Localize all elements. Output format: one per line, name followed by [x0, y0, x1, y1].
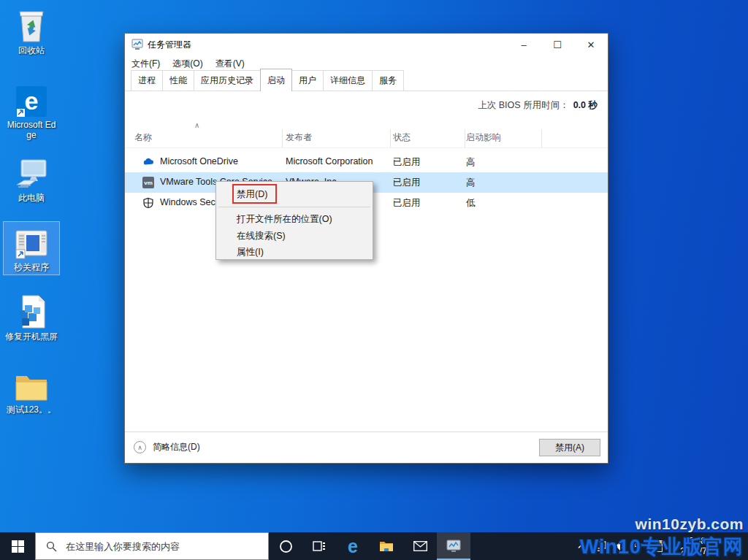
window-title: 任务管理器: [148, 39, 191, 51]
app-shortcut-icon: [5, 225, 58, 260]
close-button[interactable]: ✕: [574, 34, 608, 55]
network-tray-button[interactable]: [592, 541, 611, 552]
taskbar-search-box[interactable]: [35, 532, 269, 560]
task-view-button[interactable]: [302, 532, 336, 560]
task-view-icon: [313, 540, 326, 553]
desktop-icon-label: 回收站: [5, 45, 58, 55]
windows-logo-icon: [12, 540, 24, 553]
file-explorer-icon: [379, 540, 394, 553]
desktop-icon-miaoguan[interactable]: 秒关程序: [3, 221, 60, 275]
speaker-icon: [614, 541, 626, 551]
system-tray: 中 16:58 2020/7/: [573, 532, 748, 560]
row-status: 已启用: [393, 177, 421, 189]
mail-icon: [413, 541, 427, 551]
maximize-button[interactable]: ☐: [541, 34, 574, 55]
action-center-icon: [730, 541, 741, 551]
fewer-details-toggle[interactable]: ∧ 简略信息(D): [134, 441, 200, 453]
desktop-icon-label: Microsoft Edge: [5, 120, 58, 140]
context-menu-item-properties[interactable]: 属性(I): [216, 245, 373, 259]
mail-button[interactable]: [403, 532, 437, 560]
row-impact: 高: [466, 156, 476, 169]
tab-services[interactable]: 服务: [372, 70, 404, 91]
column-header-impact[interactable]: 启动影响: [466, 131, 501, 144]
row-status: 已启用: [393, 156, 421, 169]
tab-details[interactable]: 详细信息: [323, 70, 373, 91]
minimize-button[interactable]: –: [507, 34, 541, 55]
ime-mode-indicator[interactable]: 中: [630, 540, 647, 553]
taskbar-clock[interactable]: 16:58 2020/7/: [666, 536, 723, 556]
file-explorer-button[interactable]: [370, 532, 403, 560]
column-divider[interactable]: [390, 129, 391, 147]
bios-time-value: 0.0 秒: [573, 100, 598, 110]
task-manager-taskbar-button[interactable]: [437, 532, 470, 560]
desktop-icon-label: 秒关程序: [5, 262, 58, 272]
tab-strip: 进程 性能 应用历史记录 启动 用户 详细信息 服务: [125, 72, 608, 91]
row-impact: 低: [466, 197, 476, 210]
task-manager-icon: [446, 540, 461, 553]
menu-view[interactable]: 查看(V): [215, 58, 245, 70]
table-header: 名称 发布者 状态 启动影响: [125, 129, 608, 148]
desktop-icon-edge[interactable]: e Microsoft Edge: [3, 79, 60, 143]
tab-startup[interactable]: 启动: [260, 69, 292, 91]
recycle-bin-icon: [5, 8, 58, 43]
registry-file-icon: [5, 294, 58, 329]
column-header-publisher[interactable]: 发布者: [286, 131, 312, 144]
start-button[interactable]: [0, 532, 35, 560]
column-header-status[interactable]: 状态: [393, 131, 411, 144]
tab-processes[interactable]: 进程: [131, 70, 163, 91]
footer-bar: ∧ 简略信息(D) 禁用(A): [125, 431, 608, 463]
desktop-icon-fix-black-screen[interactable]: 修复开机黑屏: [3, 291, 60, 345]
vmware-icon: vm: [142, 177, 154, 188]
fewer-details-label: 简略信息(D): [153, 441, 200, 453]
desktop-icon-label: 测试123。。: [5, 404, 58, 415]
desktop-icon-recycle-bin[interactable]: 回收站: [3, 4, 60, 58]
watermark-url: win10zyb.com: [580, 515, 744, 533]
bios-time-label: 上次 BIOS 所用时间：: [478, 100, 568, 110]
action-center-button[interactable]: [723, 541, 748, 551]
desktop-icon-label: 修复开机黑屏: [5, 331, 58, 342]
search-input[interactable]: [66, 541, 256, 552]
row-publisher: Microsoft Corporation: [286, 156, 389, 166]
column-divider[interactable]: [541, 129, 542, 147]
row-status: 已启用: [393, 197, 421, 210]
context-menu: 禁用(D) 打开文件所在的位置(O) 在线搜索(S) 属性(I): [215, 181, 373, 260]
hidden-icons-button[interactable]: [573, 543, 592, 549]
menu-options[interactable]: 选项(O): [172, 58, 202, 70]
titlebar[interactable]: 任务管理器 – ☐ ✕: [125, 34, 608, 55]
row-name: Microsoft OneDrive: [160, 156, 281, 166]
cortana-button[interactable]: [269, 532, 302, 560]
desktop-icon-this-pc[interactable]: 此电脑: [3, 152, 60, 206]
edge-icon: e: [348, 537, 358, 556]
sort-ascending-icon: ∧: [194, 121, 199, 129]
svg-text:e: e: [25, 87, 39, 115]
shield-icon: [142, 197, 154, 209]
disable-button[interactable]: 禁用(A): [539, 439, 600, 456]
network-icon: [595, 541, 608, 552]
menu-separator: [218, 207, 370, 207]
search-icon: [46, 541, 57, 552]
context-menu-item-open-file-location[interactable]: 打开文件所在的位置(O): [216, 212, 373, 226]
edge-taskbar-button[interactable]: e: [336, 532, 370, 560]
column-header-name[interactable]: 名称: [134, 131, 152, 144]
tab-app-history[interactable]: 应用历史记录: [194, 70, 261, 91]
chevron-up-icon: ∧: [134, 441, 146, 453]
desktop: 回收站 e Microsoft Edge 此电脑 秒关程序 修复开机黑屏 测试1…: [0, 0, 748, 560]
desktop-icon-test-folder[interactable]: 测试123。。: [3, 364, 60, 418]
bios-time: 上次 BIOS 所用时间：0.0 秒: [478, 99, 598, 112]
desktop-icon-label: 此电脑: [5, 193, 58, 203]
onedrive-icon: [142, 156, 154, 168]
column-divider[interactable]: [282, 129, 283, 147]
table-row[interactable]: Microsoft OneDrive Microsoft Corporation…: [125, 152, 608, 172]
red-highlight-annotation: [232, 184, 277, 204]
tab-users[interactable]: 用户: [291, 70, 324, 91]
column-divider[interactable]: [465, 129, 465, 147]
ime-icon[interactable]: [647, 540, 666, 552]
clock-time: 16:58: [666, 536, 723, 546]
tab-performance[interactable]: 性能: [162, 70, 194, 91]
context-menu-item-search-online[interactable]: 在线搜索(S): [216, 229, 373, 243]
clock-date: 2020/7/: [666, 546, 723, 556]
volume-tray-button[interactable]: [611, 541, 630, 551]
edge-icon: e: [5, 83, 58, 118]
menu-file[interactable]: 文件(F): [131, 58, 160, 70]
row-impact: 高: [466, 177, 476, 189]
